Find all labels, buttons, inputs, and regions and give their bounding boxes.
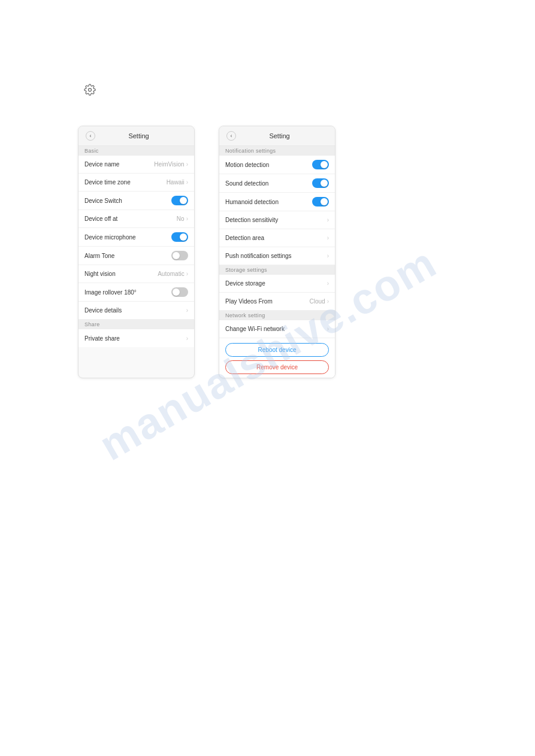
device-microphone-toggle[interactable] <box>171 232 188 242</box>
chevron-icon: › <box>186 307 188 314</box>
change-wifi-label: Change Wi-Fi network <box>225 326 285 332</box>
alarm-tone-toggle[interactable] <box>171 251 188 260</box>
left-panel-title: Setting <box>100 132 177 139</box>
chevron-icon: › <box>327 326 329 332</box>
detection-area-label: Detection area <box>225 235 264 241</box>
row-alarm-tone[interactable]: Alarm Tone <box>78 247 194 265</box>
alarm-tone-label: Alarm Tone <box>84 253 114 259</box>
night-vision-value: Automatic › <box>158 271 188 277</box>
device-timezone-value: Hawaii › <box>167 179 188 186</box>
row-device-storage[interactable]: Device storage › <box>219 275 335 293</box>
right-panel: ‹ Setting Notification settings Motion d… <box>219 126 335 378</box>
device-off-at-label: Device off at <box>84 215 117 222</box>
row-private-share[interactable]: Private share › <box>78 329 194 347</box>
row-detection-area[interactable]: Detection area › <box>219 229 335 247</box>
image-rollover-toggle[interactable] <box>171 287 188 297</box>
left-back-button[interactable]: ‹ <box>86 131 95 141</box>
row-push-notification[interactable]: Push notification settings › <box>219 247 335 265</box>
push-notification-label: Push notification settings <box>225 253 292 259</box>
detection-sensitivity-label: Detection sensitivity <box>225 217 278 223</box>
humanoid-detection-toggle[interactable] <box>312 197 329 207</box>
image-rollover-label: Image rollover 180° <box>84 289 137 296</box>
row-motion-detection[interactable]: Motion detection <box>219 156 335 174</box>
chevron-icon: › <box>186 215 188 222</box>
row-device-off-at[interactable]: Device off at No › <box>78 210 194 228</box>
row-image-rollover[interactable]: Image rollover 180° <box>78 283 194 302</box>
motion-detection-toggle[interactable] <box>312 160 329 169</box>
svg-point-0 <box>89 89 92 92</box>
play-videos-from-label: Play Videos From <box>225 298 273 305</box>
chevron-icon: › <box>327 217 329 223</box>
sound-detection-toggle[interactable] <box>312 178 329 188</box>
device-storage-label: Device storage <box>225 280 265 287</box>
chevron-icon: › <box>186 161 188 168</box>
left-section-share: Share <box>78 320 194 329</box>
reboot-button[interactable]: Reboot device <box>225 343 329 357</box>
row-detection-sensitivity[interactable]: Detection sensitivity › <box>219 211 335 229</box>
device-name-value: HeimVision › <box>154 161 188 168</box>
night-vision-label: Night vision <box>84 271 116 277</box>
device-switch-label: Device Switch <box>84 198 122 204</box>
device-timezone-label: Device time zone <box>84 179 131 186</box>
right-back-button[interactable]: ‹ <box>226 131 236 141</box>
row-play-videos-from[interactable]: Play Videos From Cloud › <box>219 293 335 311</box>
left-section-basic: Basic <box>78 146 194 156</box>
row-device-microphone[interactable]: Device microphone <box>78 228 194 247</box>
left-panel: ‹ Setting Basic Device name HeimVision ›… <box>78 126 195 378</box>
row-device-name[interactable]: Device name HeimVision › <box>78 156 194 174</box>
right-section-storage: Storage settings <box>219 265 335 275</box>
chevron-icon: › <box>186 271 188 277</box>
chevron-icon: › <box>327 253 329 259</box>
row-device-switch[interactable]: Device Switch <box>78 192 194 210</box>
remove-button[interactable]: Remove device <box>225 360 329 374</box>
private-share-label: Private share <box>84 335 120 342</box>
row-device-details[interactable]: Device details › <box>78 302 194 320</box>
left-panel-header: ‹ Setting <box>78 126 194 146</box>
chevron-icon: › <box>186 179 188 186</box>
play-videos-from-value: Cloud › <box>310 298 329 305</box>
right-panel-title: Setting <box>241 132 318 139</box>
chevron-icon: › <box>327 298 329 305</box>
row-change-wifi[interactable]: Change Wi-Fi network › <box>219 320 335 338</box>
row-device-timezone[interactable]: Device time zone Hawaii › <box>78 174 194 192</box>
right-section-network: Network setting <box>219 311 335 320</box>
motion-detection-label: Motion detection <box>225 162 269 168</box>
device-off-at-value: No › <box>177 215 188 222</box>
row-sound-detection[interactable]: Sound detection <box>219 174 335 193</box>
device-name-label: Device name <box>84 161 119 168</box>
gear-icon <box>84 84 96 98</box>
right-panel-header: ‹ Setting <box>219 126 335 146</box>
humanoid-detection-label: Humanoid detection <box>225 199 279 205</box>
right-section-notification: Notification settings <box>219 146 335 156</box>
panels-wrapper: ‹ Setting Basic Device name HeimVision ›… <box>78 126 335 378</box>
action-buttons: Reboot device Remove device <box>219 338 335 378</box>
row-humanoid-detection[interactable]: Humanoid detection <box>219 193 335 211</box>
device-switch-toggle[interactable] <box>171 196 188 205</box>
sound-detection-label: Sound detection <box>225 180 268 187</box>
device-details-label: Device details <box>84 307 122 314</box>
device-microphone-label: Device microphone <box>84 234 136 241</box>
chevron-icon: › <box>327 235 329 241</box>
chevron-icon: › <box>186 335 188 342</box>
chevron-icon: › <box>327 280 329 287</box>
row-night-vision[interactable]: Night vision Automatic › <box>78 265 194 283</box>
